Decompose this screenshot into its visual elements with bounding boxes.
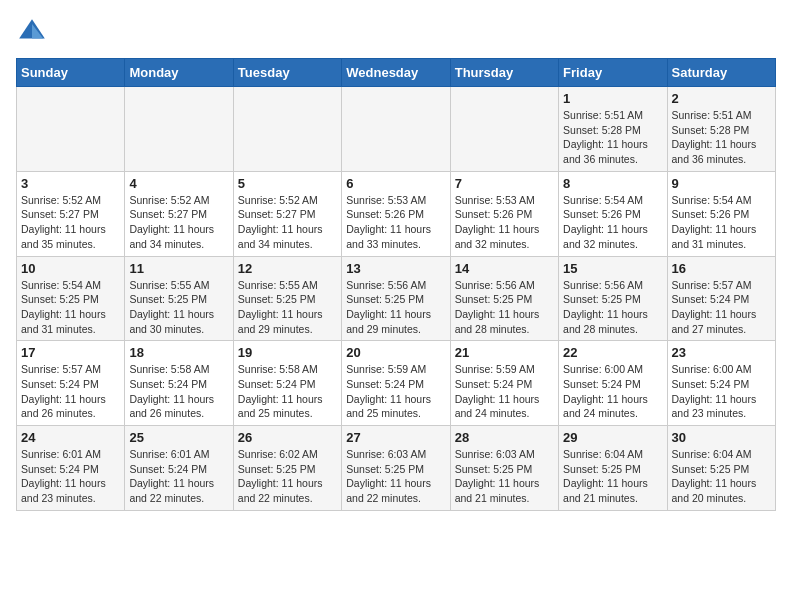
day-info: Sunrise: 5:54 AM Sunset: 5:26 PM Dayligh… <box>672 193 771 252</box>
day-info: Sunrise: 5:54 AM Sunset: 5:25 PM Dayligh… <box>21 278 120 337</box>
weekday-thursday: Thursday <box>450 59 558 87</box>
day-info: Sunrise: 5:56 AM Sunset: 5:25 PM Dayligh… <box>563 278 662 337</box>
calendar-cell: 28Sunrise: 6:03 AM Sunset: 5:25 PM Dayli… <box>450 426 558 511</box>
week-row-5: 24Sunrise: 6:01 AM Sunset: 5:24 PM Dayli… <box>17 426 776 511</box>
calendar-cell: 18Sunrise: 5:58 AM Sunset: 5:24 PM Dayli… <box>125 341 233 426</box>
day-number: 25 <box>129 430 228 445</box>
day-number: 15 <box>563 261 662 276</box>
calendar-cell: 3Sunrise: 5:52 AM Sunset: 5:27 PM Daylig… <box>17 171 125 256</box>
calendar-cell: 2Sunrise: 5:51 AM Sunset: 5:28 PM Daylig… <box>667 87 775 172</box>
calendar-cell: 6Sunrise: 5:53 AM Sunset: 5:26 PM Daylig… <box>342 171 450 256</box>
day-number: 24 <box>21 430 120 445</box>
day-info: Sunrise: 5:52 AM Sunset: 5:27 PM Dayligh… <box>129 193 228 252</box>
day-info: Sunrise: 5:59 AM Sunset: 5:24 PM Dayligh… <box>346 362 445 421</box>
day-number: 7 <box>455 176 554 191</box>
day-info: Sunrise: 6:01 AM Sunset: 5:24 PM Dayligh… <box>129 447 228 506</box>
calendar-cell: 7Sunrise: 5:53 AM Sunset: 5:26 PM Daylig… <box>450 171 558 256</box>
calendar-cell <box>17 87 125 172</box>
calendar-cell: 19Sunrise: 5:58 AM Sunset: 5:24 PM Dayli… <box>233 341 341 426</box>
day-number: 5 <box>238 176 337 191</box>
week-row-2: 3Sunrise: 5:52 AM Sunset: 5:27 PM Daylig… <box>17 171 776 256</box>
week-row-1: 1Sunrise: 5:51 AM Sunset: 5:28 PM Daylig… <box>17 87 776 172</box>
day-info: Sunrise: 5:56 AM Sunset: 5:25 PM Dayligh… <box>455 278 554 337</box>
calendar-cell: 14Sunrise: 5:56 AM Sunset: 5:25 PM Dayli… <box>450 256 558 341</box>
day-number: 28 <box>455 430 554 445</box>
calendar-cell: 13Sunrise: 5:56 AM Sunset: 5:25 PM Dayli… <box>342 256 450 341</box>
day-number: 6 <box>346 176 445 191</box>
day-number: 18 <box>129 345 228 360</box>
calendar-cell: 4Sunrise: 5:52 AM Sunset: 5:27 PM Daylig… <box>125 171 233 256</box>
day-info: Sunrise: 5:53 AM Sunset: 5:26 PM Dayligh… <box>346 193 445 252</box>
day-info: Sunrise: 5:52 AM Sunset: 5:27 PM Dayligh… <box>238 193 337 252</box>
day-number: 2 <box>672 91 771 106</box>
calendar-cell: 17Sunrise: 5:57 AM Sunset: 5:24 PM Dayli… <box>17 341 125 426</box>
day-number: 30 <box>672 430 771 445</box>
day-number: 11 <box>129 261 228 276</box>
calendar-cell: 23Sunrise: 6:00 AM Sunset: 5:24 PM Dayli… <box>667 341 775 426</box>
day-number: 13 <box>346 261 445 276</box>
calendar-cell: 27Sunrise: 6:03 AM Sunset: 5:25 PM Dayli… <box>342 426 450 511</box>
day-info: Sunrise: 6:01 AM Sunset: 5:24 PM Dayligh… <box>21 447 120 506</box>
week-row-4: 17Sunrise: 5:57 AM Sunset: 5:24 PM Dayli… <box>17 341 776 426</box>
weekday-tuesday: Tuesday <box>233 59 341 87</box>
calendar-cell: 16Sunrise: 5:57 AM Sunset: 5:24 PM Dayli… <box>667 256 775 341</box>
day-number: 8 <box>563 176 662 191</box>
day-number: 27 <box>346 430 445 445</box>
logo-icon <box>16 16 48 48</box>
calendar-cell: 26Sunrise: 6:02 AM Sunset: 5:25 PM Dayli… <box>233 426 341 511</box>
day-info: Sunrise: 5:57 AM Sunset: 5:24 PM Dayligh… <box>21 362 120 421</box>
calendar-cell: 10Sunrise: 5:54 AM Sunset: 5:25 PM Dayli… <box>17 256 125 341</box>
day-info: Sunrise: 5:51 AM Sunset: 5:28 PM Dayligh… <box>563 108 662 167</box>
calendar-cell: 8Sunrise: 5:54 AM Sunset: 5:26 PM Daylig… <box>559 171 667 256</box>
day-number: 12 <box>238 261 337 276</box>
day-number: 3 <box>21 176 120 191</box>
week-row-3: 10Sunrise: 5:54 AM Sunset: 5:25 PM Dayli… <box>17 256 776 341</box>
weekday-saturday: Saturday <box>667 59 775 87</box>
calendar-cell <box>125 87 233 172</box>
calendar-cell: 1Sunrise: 5:51 AM Sunset: 5:28 PM Daylig… <box>559 87 667 172</box>
day-number: 23 <box>672 345 771 360</box>
day-info: Sunrise: 6:00 AM Sunset: 5:24 PM Dayligh… <box>563 362 662 421</box>
day-number: 26 <box>238 430 337 445</box>
day-info: Sunrise: 5:55 AM Sunset: 5:25 PM Dayligh… <box>129 278 228 337</box>
calendar-cell <box>450 87 558 172</box>
day-info: Sunrise: 5:55 AM Sunset: 5:25 PM Dayligh… <box>238 278 337 337</box>
day-info: Sunrise: 5:58 AM Sunset: 5:24 PM Dayligh… <box>129 362 228 421</box>
day-number: 14 <box>455 261 554 276</box>
calendar-cell: 30Sunrise: 6:04 AM Sunset: 5:25 PM Dayli… <box>667 426 775 511</box>
day-number: 10 <box>21 261 120 276</box>
calendar-cell: 12Sunrise: 5:55 AM Sunset: 5:25 PM Dayli… <box>233 256 341 341</box>
day-info: Sunrise: 5:58 AM Sunset: 5:24 PM Dayligh… <box>238 362 337 421</box>
calendar-cell <box>233 87 341 172</box>
calendar-cell: 24Sunrise: 6:01 AM Sunset: 5:24 PM Dayli… <box>17 426 125 511</box>
calendar-cell: 20Sunrise: 5:59 AM Sunset: 5:24 PM Dayli… <box>342 341 450 426</box>
day-number: 16 <box>672 261 771 276</box>
day-info: Sunrise: 5:53 AM Sunset: 5:26 PM Dayligh… <box>455 193 554 252</box>
day-number: 1 <box>563 91 662 106</box>
day-info: Sunrise: 6:00 AM Sunset: 5:24 PM Dayligh… <box>672 362 771 421</box>
day-number: 29 <box>563 430 662 445</box>
day-number: 22 <box>563 345 662 360</box>
calendar-cell: 9Sunrise: 5:54 AM Sunset: 5:26 PM Daylig… <box>667 171 775 256</box>
weekday-header-row: SundayMondayTuesdayWednesdayThursdayFrid… <box>17 59 776 87</box>
calendar-cell: 22Sunrise: 6:00 AM Sunset: 5:24 PM Dayli… <box>559 341 667 426</box>
calendar-cell <box>342 87 450 172</box>
logo <box>16 16 52 48</box>
calendar-cell: 11Sunrise: 5:55 AM Sunset: 5:25 PM Dayli… <box>125 256 233 341</box>
page-header <box>16 16 776 48</box>
day-info: Sunrise: 5:52 AM Sunset: 5:27 PM Dayligh… <box>21 193 120 252</box>
day-info: Sunrise: 5:51 AM Sunset: 5:28 PM Dayligh… <box>672 108 771 167</box>
calendar-cell: 29Sunrise: 6:04 AM Sunset: 5:25 PM Dayli… <box>559 426 667 511</box>
calendar-cell: 21Sunrise: 5:59 AM Sunset: 5:24 PM Dayli… <box>450 341 558 426</box>
weekday-wednesday: Wednesday <box>342 59 450 87</box>
calendar-header: SundayMondayTuesdayWednesdayThursdayFrid… <box>17 59 776 87</box>
day-info: Sunrise: 5:57 AM Sunset: 5:24 PM Dayligh… <box>672 278 771 337</box>
day-number: 9 <box>672 176 771 191</box>
day-info: Sunrise: 6:02 AM Sunset: 5:25 PM Dayligh… <box>238 447 337 506</box>
day-number: 17 <box>21 345 120 360</box>
calendar-cell: 5Sunrise: 5:52 AM Sunset: 5:27 PM Daylig… <box>233 171 341 256</box>
weekday-friday: Friday <box>559 59 667 87</box>
day-number: 21 <box>455 345 554 360</box>
calendar-cell: 15Sunrise: 5:56 AM Sunset: 5:25 PM Dayli… <box>559 256 667 341</box>
day-info: Sunrise: 6:04 AM Sunset: 5:25 PM Dayligh… <box>563 447 662 506</box>
